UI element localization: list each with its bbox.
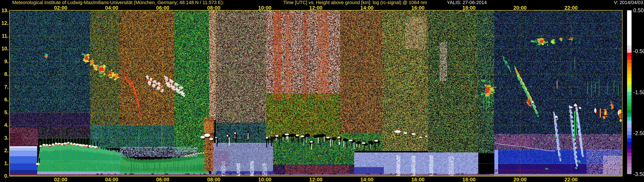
colorbar-white-segment	[627, 10, 632, 45]
colorbar-band	[627, 124, 632, 128]
colorbar-band	[627, 138, 632, 142]
y-tick-label: 9.	[0, 59, 8, 64]
lidar-quicklook-screen: Meteorological Institute of Ludwig-Maxim…	[0, 0, 644, 182]
y-tick-label: 10.	[0, 46, 8, 51]
x-bottom-tick-label: 18:00	[456, 177, 482, 182]
colorbar-band	[627, 56, 632, 60]
y-tick-label: 11.	[0, 33, 8, 39]
x-top-tick-label: 16:00	[405, 5, 431, 11]
colorbar-band	[627, 67, 632, 71]
colorbar-tick-label: -1.50	[633, 89, 644, 95]
x-top-tick-label: 04:00	[99, 5, 125, 11]
x-bottom-tick-label: 10:00	[252, 177, 278, 182]
x-bottom-tick-label: 08:00	[201, 177, 227, 182]
colorbar-band	[627, 63, 632, 67]
colorbar-band	[627, 85, 632, 89]
y-tick-label: 8.	[0, 71, 8, 77]
colorbar-band	[627, 146, 632, 149]
x-top-tick-label: 06:00	[150, 5, 176, 11]
colorbar-band	[627, 71, 632, 74]
colorbar-band	[627, 95, 632, 99]
x-top-tick-label: 12:00	[303, 5, 329, 11]
colorbar-band	[627, 135, 632, 139]
y-tick-label: 7.	[0, 84, 8, 90]
colorbar-band	[627, 160, 632, 163]
colorbar-band	[627, 53, 632, 56]
colorbar-band	[627, 99, 632, 103]
x-bottom-tick-label: 02:00	[48, 177, 74, 182]
x-bottom-tick-label: 06:00	[150, 177, 176, 182]
y-tick-label: 1.	[0, 161, 8, 166]
colorbar-band	[627, 106, 632, 110]
y-tick-label: 13.	[0, 8, 8, 13]
colorbar-band	[627, 78, 632, 81]
colorbar-band	[627, 142, 632, 146]
colorbar-band	[627, 156, 632, 160]
x-top-tick-label: 08:00	[201, 5, 227, 11]
colorbar	[627, 10, 632, 174]
x-bottom-tick-label: 12:00	[303, 177, 329, 182]
y-tick-label: 0.	[0, 173, 8, 179]
colorbar-band	[627, 167, 632, 171]
y-tick-label: 2.	[0, 148, 8, 153]
x-bottom-tick-label: 04:00	[99, 177, 125, 182]
colorbar-band	[627, 60, 632, 63]
x-top-tick-label: 10:00	[252, 5, 278, 11]
colorbar-band	[627, 163, 632, 167]
colorbar-band	[627, 131, 632, 135]
colorbar-tick-label: -0.50	[633, 48, 644, 54]
colorbar-band	[627, 89, 632, 92]
institute-title: Meteorological Institute of Ludwig-Maxim…	[12, 0, 224, 5]
x-bottom-tick-label: 20:00	[507, 177, 533, 182]
y-tick-label: 12.	[0, 20, 8, 26]
colorbar-band	[627, 74, 632, 78]
colorbar-band	[627, 113, 632, 117]
colorbar-band	[627, 102, 632, 106]
x-top-tick-label: 18:00	[456, 5, 482, 11]
colorbar-tick-label: -3.50	[633, 171, 644, 177]
colorbar-band	[627, 49, 632, 53]
colorbar-band	[627, 45, 632, 49]
x-top-tick-label: 14:00	[354, 5, 380, 11]
colorbar-band	[627, 171, 632, 174]
heatmap-canvas	[0, 0, 644, 182]
colorbar-band	[627, 121, 632, 124]
y-tick-label: 6.	[0, 97, 8, 102]
x-top-tick-label: 22:00	[558, 5, 584, 11]
instrument-date-label: YALIS: 27-06-2014	[447, 0, 487, 5]
colorbar-tick-label: -2.50	[633, 130, 644, 136]
plot-title: Time [UTC] vs. Height above ground [km]:…	[283, 0, 427, 5]
colorbar-band	[627, 92, 632, 95]
colorbar-band	[627, 81, 632, 85]
x-bottom-tick-label: 14:00	[354, 177, 380, 182]
x-top-tick-label: 20:00	[507, 5, 533, 11]
y-tick-label: 3.	[0, 135, 8, 141]
colorbar-tick-label: 0.50	[633, 7, 644, 13]
colorbar-band	[627, 128, 632, 131]
x-top-tick-label: 02:00	[48, 5, 74, 11]
colorbar-band	[627, 149, 632, 153]
colorbar-band	[627, 110, 632, 113]
colorbar-band	[627, 117, 632, 121]
version-label: V: 2014/04/03	[614, 0, 643, 5]
y-tick-label: 4.	[0, 122, 8, 128]
x-bottom-tick-label: 22:00	[558, 177, 584, 182]
y-tick-label: 5.	[0, 110, 8, 115]
x-bottom-tick-label: 16:00	[405, 177, 431, 182]
colorbar-band	[627, 153, 632, 156]
